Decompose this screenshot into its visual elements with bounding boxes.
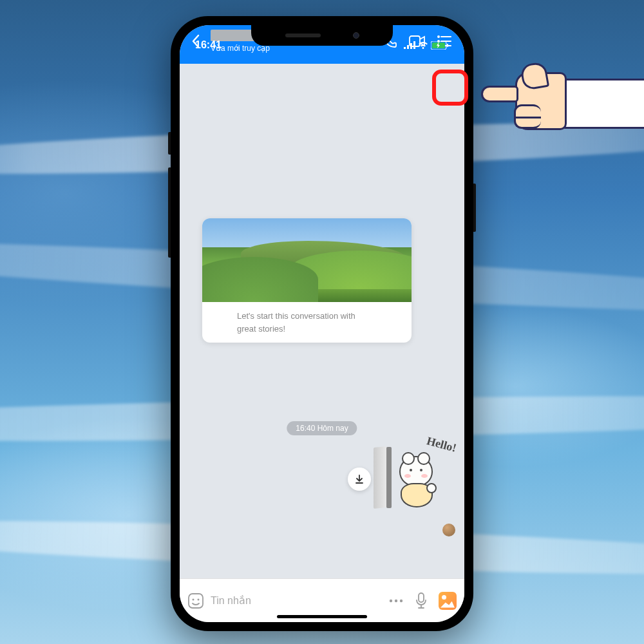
svg-point-12 xyxy=(198,598,200,600)
phone-notch xyxy=(251,25,393,46)
home-indicator[interactable] xyxy=(277,615,367,618)
chat-timestamp: 16:40 Hôm nay xyxy=(287,421,357,435)
voice-message-button[interactable] xyxy=(415,592,427,609)
sticker-hello-text: Hello! xyxy=(425,434,458,455)
svg-rect-10 xyxy=(189,594,203,608)
bear-character-icon xyxy=(394,456,440,511)
phone-frame: 16:41 Vừa mới truy cập xyxy=(171,16,473,631)
svg-point-13 xyxy=(390,599,392,601)
more-horizontal-icon xyxy=(388,598,404,603)
sticker-picker-button[interactable] xyxy=(187,592,204,609)
svg-rect-2 xyxy=(447,44,448,47)
signal-icon xyxy=(404,41,415,49)
download-sticker-button[interactable] xyxy=(348,468,371,491)
svg-rect-16 xyxy=(419,593,424,602)
phone-screen: 16:41 Vừa mới truy cập xyxy=(180,25,464,622)
svg-point-14 xyxy=(395,599,397,601)
battery-charging-icon xyxy=(431,41,449,50)
intro-card[interactable]: Let's start this conversation with great… xyxy=(202,218,412,343)
card-text: Let's start this conversation with great… xyxy=(202,302,412,343)
sent-sticker-row: Hello! xyxy=(348,442,455,516)
annotation-highlight-box xyxy=(432,70,468,106)
download-icon xyxy=(354,474,365,484)
status-time: 16:41 xyxy=(195,39,222,51)
card-image-landscape xyxy=(202,218,412,302)
seen-indicator-avatar xyxy=(442,524,455,536)
wifi-icon xyxy=(418,41,428,49)
pointing-hand-icon xyxy=(483,45,644,148)
sticker-smile-icon xyxy=(187,592,204,609)
svg-point-15 xyxy=(400,599,402,601)
more-options-button[interactable] xyxy=(388,598,404,603)
gallery-button[interactable] xyxy=(439,592,457,610)
hello-sticker[interactable]: Hello! xyxy=(381,442,455,516)
message-input[interactable]: Tin nhắn xyxy=(211,594,382,607)
svg-point-11 xyxy=(193,598,194,600)
microphone-icon xyxy=(415,592,427,609)
chat-body[interactable]: Let's start this conversation with great… xyxy=(180,64,464,527)
